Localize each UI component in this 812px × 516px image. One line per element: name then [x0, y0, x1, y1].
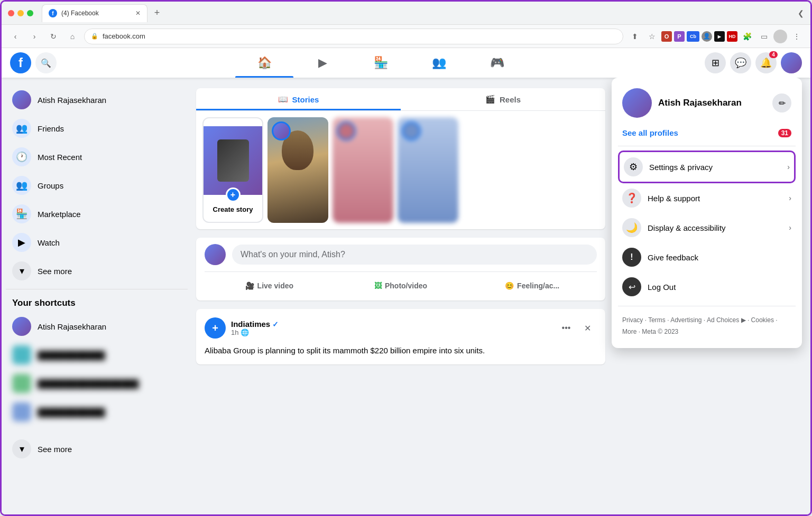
display-label: Display & accessibility [648, 223, 782, 232]
new-tab-button[interactable]: + [150, 6, 164, 21]
story-card-1[interactable] [267, 117, 328, 223]
reels-tab[interactable]: 🎬 Reels [401, 88, 605, 110]
story-avatar-ring-3 [402, 121, 421, 140]
tab-dropdown[interactable]: ❮ [798, 9, 804, 17]
post-actions: 🎥 Live video 🖼 Photo/video 😊 Feeling/ac.… [205, 271, 597, 294]
home-button[interactable]: ⌂ [65, 29, 80, 44]
sidebar-shortcut-blurred-2: ██████████████████ [6, 370, 188, 397]
refresh-button[interactable]: ↻ [46, 29, 61, 44]
active-tab[interactable]: f (4) Facebook ✕ [42, 4, 147, 22]
sidebar-item-see-more-bottom[interactable]: ▾ See more [6, 435, 188, 463]
header-actions: ⊞ 💬 🔔 4 [705, 52, 802, 73]
story-card-3[interactable] [398, 117, 458, 223]
feeling-icon: 😊 [505, 282, 514, 290]
sidebar-item-marketplace[interactable]: 🏪 Marketplace [6, 200, 188, 228]
photo-video-button[interactable]: 🖼 Photo/video [336, 277, 466, 294]
feeling-button[interactable]: 😊 Feeling/ac... [467, 277, 597, 294]
see-all-profiles-link[interactable]: See all profiles 31 [618, 124, 796, 142]
reels-tab-icon: 🎬 [485, 95, 495, 104]
sidebar-item-see-more[interactable]: ▾ See more [6, 257, 188, 285]
minimize-button[interactable] [17, 10, 24, 16]
edit-profile-button[interactable]: ✏ [772, 93, 791, 112]
browser-user-avatar[interactable] [773, 30, 787, 43]
nav-marketplace[interactable]: 🏪 [352, 48, 410, 78]
dropdown-footer: Privacy · Terms · Advertising · Ad Choic… [618, 311, 796, 342]
settings-arrow-icon: › [787, 163, 790, 171]
sidebar-item-friends[interactable]: 👥 Friends [6, 115, 188, 142]
back-button[interactable]: ‹ [8, 29, 23, 44]
lock-icon: 🔒 [91, 33, 98, 40]
footer-ad-choices[interactable]: Ad Choices ▶ [707, 316, 746, 324]
sidebar-item-watch[interactable]: ▶ Watch [6, 229, 188, 256]
dropdown-item-settings[interactable]: ⚙ Settings & privacy › [618, 151, 796, 183]
post-input-placeholder: What's on your mind, Atish? [241, 250, 345, 259]
address-bar[interactable]: 🔒 facebook.com [84, 29, 623, 44]
blurred-icon-1 [12, 345, 31, 364]
reels-tab-label: Reels [500, 95, 521, 104]
footer-advertising[interactable]: Advertising [670, 316, 702, 324]
extensions-button[interactable]: 🧩 [740, 29, 754, 44]
sidebar-button[interactable]: ▭ [756, 29, 771, 44]
news-more-button[interactable]: ••• [557, 318, 576, 337]
feedback-icon: ! [622, 248, 641, 267]
news-text: Alibaba Group is planning to split its m… [205, 345, 597, 356]
sidebar-item-groups[interactable]: 👥 Groups [6, 172, 188, 199]
help-icon: ❓ [622, 189, 641, 208]
verified-badge: ✓ [272, 320, 279, 329]
maximize-button[interactable] [27, 10, 33, 16]
story-card-2[interactable] [333, 117, 393, 223]
ext1-icon: Cb [687, 31, 699, 42]
bookmark-button[interactable]: ☆ [644, 29, 659, 44]
sidebar-shortcut-blurred-1: ████████████ [6, 341, 188, 369]
forward-button[interactable]: › [27, 29, 42, 44]
search-button[interactable]: 🔍 [35, 52, 57, 73]
share-button[interactable]: ⬆ [628, 29, 642, 44]
post-input[interactable]: What's on your mind, Atish? [232, 245, 597, 265]
help-label: Help & support [648, 194, 782, 203]
user-avatar-sidebar [12, 90, 31, 109]
dropdown-item-feedback[interactable]: ! Give feedback [618, 242, 796, 272]
footer-terms[interactable]: Terms [648, 316, 666, 324]
tab-title: (4) Facebook [61, 10, 131, 17]
fb-feed: 📖 Stories 🎬 Reels + [192, 78, 610, 514]
sidebar-shortcut-user[interactable]: Atish Rajasekharan [6, 313, 188, 340]
create-story-label: Create story [213, 205, 253, 213]
sidebar-user-name: Atish Rajasekharan [38, 96, 106, 105]
notifications-button[interactable]: 🔔 4 [755, 52, 777, 73]
nav-home[interactable]: 🏠 [235, 48, 293, 78]
footer-cookies[interactable]: Cookies [751, 316, 774, 324]
news-card: + Indiatimes ✓ 1h 🌐 [196, 309, 605, 364]
footer-privacy[interactable]: Privacy [622, 316, 643, 324]
feedback-label: Give feedback [648, 253, 791, 262]
fb-logo[interactable]: f [10, 52, 31, 73]
dropdown-item-display[interactable]: 🌙 Display & accessibility › [618, 213, 796, 242]
sidebar-item-recent[interactable]: 🕐 Most Recent [6, 143, 188, 171]
live-video-button[interactable]: 🎥 Live video [205, 277, 334, 294]
messenger-button[interactable]: 💬 [730, 52, 751, 73]
sidebar-see-more-bottom-label: See more [38, 445, 72, 454]
sidebar-item-user[interactable]: Atish Rajasekharan [6, 86, 188, 114]
fb-right: Atish Rajasekharan ✏ See all profiles 31… [610, 78, 810, 514]
friends-icon: 👥 [12, 119, 31, 138]
dropdown-user-section[interactable]: Atish Rajasekharan ✏ [618, 84, 796, 122]
user-avatar-header[interactable] [781, 52, 802, 73]
dropdown-item-help[interactable]: ❓ Help & support › [618, 183, 796, 213]
logout-icon: ↩ [622, 277, 641, 296]
nav-groups[interactable]: 👥 [410, 48, 468, 78]
stories-tab[interactable]: 📖 Stories [196, 88, 401, 110]
create-story-card[interactable]: + Create story [202, 117, 263, 223]
close-button[interactable] [8, 10, 14, 16]
tab-close-icon[interactable]: ✕ [135, 10, 141, 17]
recent-icon: 🕐 [12, 147, 31, 166]
footer-more[interactable]: More [622, 328, 636, 335]
sidebar-see-more-label: See more [38, 267, 72, 276]
facebook-app: f 🔍 🏠 ▶ 🏪 👥 🎮 ⊞ 💬 🔔 4 [2, 48, 810, 514]
nav-gaming[interactable]: 🎮 [468, 48, 526, 78]
menu-button[interactable]: ⋮ [789, 29, 804, 44]
news-close-button[interactable]: ✕ [578, 318, 597, 337]
dropdown-item-logout[interactable]: ↩ Log Out [618, 272, 796, 302]
grid-button[interactable]: ⊞ [705, 52, 726, 73]
nav-video[interactable]: ▶ [293, 48, 352, 78]
globe-icon: 🌐 [241, 329, 249, 336]
watch-icon: ▶ [12, 233, 31, 252]
